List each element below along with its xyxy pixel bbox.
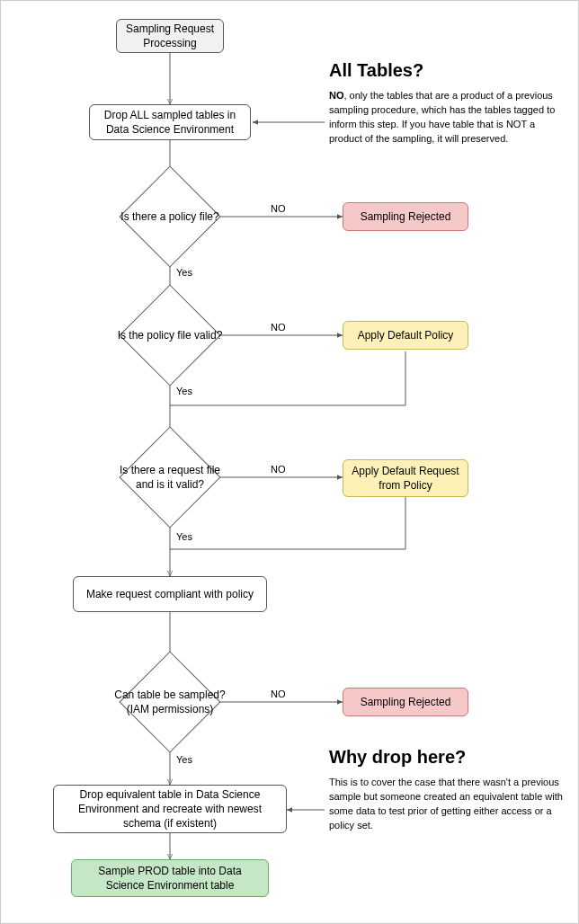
node-start-label: Sampling Request Processing (124, 22, 216, 50)
edge-no-4: NO (271, 689, 286, 699)
decision-request-file-label: Is there a request file and is it valid? (107, 432, 233, 522)
edge-yes-3: Yes (176, 531, 192, 542)
decision-policy-file-label: Is there a policy file? (107, 172, 233, 262)
decision-iam: Can table be sampled? (IAM permissions) (134, 666, 206, 738)
annotation-all-tables-body-bold: NO (329, 90, 344, 101)
decision-policy-file: Is there a policy file? (134, 181, 206, 253)
node-make-compliant-label: Make request compliant with policy (86, 587, 254, 601)
annotation-why-drop-body: This is to cover the case that there was… (329, 776, 563, 833)
node-rejected-bottom-label: Sampling Rejected (361, 695, 451, 709)
node-drop-all: Drop ALL sampled tables in Data Science … (89, 104, 251, 140)
annotation-all-tables-body-rest: , only the tables that are a product of … (329, 90, 555, 144)
annotation-all-tables-body: NO, only the tables that are a product o… (329, 89, 563, 147)
edge-no-3: NO (271, 464, 286, 475)
edge-yes-4: Yes (176, 754, 192, 765)
node-drop-equivalent-label: Drop equivalent table in Data Science En… (61, 787, 279, 831)
annotation-all-tables-title: All Tables? (329, 60, 423, 81)
annotation-why-drop-title: Why drop here? (329, 747, 466, 768)
node-drop-equivalent: Drop equivalent table in Data Science En… (53, 785, 287, 833)
node-sample-label: Sample PROD table into Data Science Envi… (79, 864, 261, 893)
node-rejected-top: Sampling Rejected (343, 202, 468, 231)
node-apply-default-request: Apply Default Request from Policy (343, 459, 468, 497)
flowchart-canvas: Sampling Request Processing Drop ALL sam… (0, 0, 579, 924)
node-apply-default-request-label: Apply Default Request from Policy (351, 464, 460, 493)
node-apply-default-policy-label: Apply Default Policy (358, 328, 454, 342)
node-make-compliant: Make request compliant with policy (73, 576, 267, 612)
edge-yes-2: Yes (176, 386, 192, 396)
node-drop-all-label: Drop ALL sampled tables in Data Science … (97, 108, 243, 137)
decision-policy-valid-label: Is the policy file valid? (107, 290, 233, 380)
node-sample: Sample PROD table into Data Science Envi… (71, 859, 269, 897)
node-start: Sampling Request Processing (116, 19, 224, 53)
edge-no-1: NO (271, 203, 286, 214)
edge-no-2: NO (271, 322, 286, 333)
decision-policy-valid: Is the policy file valid? (134, 299, 206, 371)
node-rejected-top-label: Sampling Rejected (361, 209, 451, 224)
edge-yes-1: Yes (176, 267, 192, 278)
node-rejected-bottom: Sampling Rejected (343, 688, 468, 716)
decision-iam-label: Can table be sampled? (IAM permissions) (107, 657, 233, 747)
decision-request-file: Is there a request file and is it valid? (134, 441, 206, 513)
node-apply-default-policy: Apply Default Policy (343, 321, 468, 350)
